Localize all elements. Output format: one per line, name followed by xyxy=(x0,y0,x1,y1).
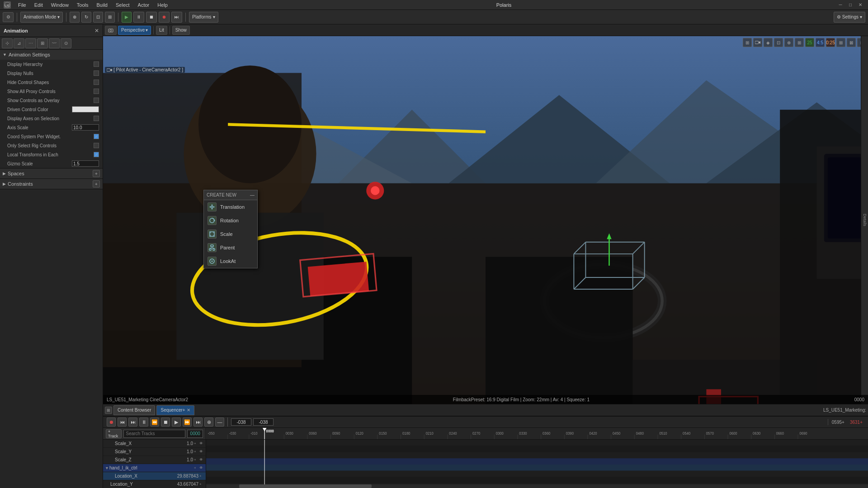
menu-actor[interactable]: Actor xyxy=(134,1,153,9)
viewport-toggle-btn[interactable]: ⊠ xyxy=(847,38,856,47)
trails-btn[interactable]: 〰 xyxy=(49,38,60,48)
axis-scale-input[interactable] xyxy=(72,124,99,131)
sequencer-tab-close[interactable]: ✕ xyxy=(187,408,190,413)
seq-stop-btn[interactable]: ⏹ xyxy=(161,418,170,427)
animation-mode-btn[interactable]: Animation Mode ▾ xyxy=(20,12,63,23)
track-add-key-btn-loc-x[interactable]: + xyxy=(199,474,204,479)
animation-panel-close[interactable]: ✕ xyxy=(94,28,99,34)
transform-btn[interactable]: ⊕ xyxy=(70,12,80,23)
menu-build[interactable]: Build xyxy=(93,1,111,9)
coord-system-checkbox[interactable]: ✓ xyxy=(94,134,99,139)
content-browser-tab[interactable]: Content Browser xyxy=(113,405,155,415)
display-axes-checkbox[interactable] xyxy=(94,116,99,121)
viewport-num1-btn[interactable]: 25 xyxy=(805,38,814,47)
track-row-hand-ik[interactable]: ▼ hand_l_ik_ctrl + 👁 xyxy=(103,464,206,472)
select-tool-btn[interactable]: ⊹ xyxy=(2,38,13,48)
menu-help[interactable]: Help xyxy=(154,1,171,9)
viewport-num2-btn[interactable]: 4:5 xyxy=(816,38,825,47)
viewport-details-panel[interactable]: Details xyxy=(861,36,868,404)
pause-btn[interactable]: ⏸ xyxy=(133,12,144,23)
track-vis-btn-2[interactable]: 👁 xyxy=(199,450,204,454)
settings-btn[interactable]: ⚙ Settings ▾ xyxy=(834,12,865,23)
end-frame-input[interactable] xyxy=(253,418,274,426)
viewport-camera-btn[interactable] xyxy=(753,38,762,47)
show-proxy-checkbox[interactable] xyxy=(94,89,99,94)
viewport-lit-btn[interactable]: ◈ xyxy=(764,38,773,47)
seq-prev-marker-btn[interactable]: ⏮ xyxy=(118,418,127,427)
pivot-btn[interactable]: ⊙ xyxy=(61,38,71,48)
track-row-scale-x[interactable]: Scale_X 1.0 + 👁 xyxy=(103,440,206,448)
show-overlay-checkbox[interactable] xyxy=(94,98,99,103)
track-vis-btn-hand[interactable]: 👁 xyxy=(199,466,204,470)
only-select-checkbox[interactable] xyxy=(94,143,99,148)
constraints-section-header[interactable]: ▶ Constraints + xyxy=(0,179,103,189)
seq-more-btn[interactable]: — xyxy=(215,418,224,427)
constraint-rotation[interactable]: Rotation xyxy=(204,214,257,227)
seq-next-frame-btn[interactable]: ⏩ xyxy=(183,418,192,427)
show-btn[interactable]: Show xyxy=(172,26,190,35)
timeline-area[interactable]: -050 -030 -010 0000 0030 xyxy=(206,428,868,488)
seq-play-btn[interactable]: ▶ xyxy=(172,418,181,427)
play-btn-green[interactable]: ▶ xyxy=(122,12,132,23)
minimize-button[interactable]: ─ xyxy=(836,1,844,9)
constraint-parent[interactable]: Parent xyxy=(204,241,257,254)
scale-btn[interactable]: ⊡ xyxy=(93,12,103,23)
menu-window[interactable]: Window xyxy=(47,1,72,9)
track-row-loc-y[interactable]: Location_Y 43.667047 + xyxy=(103,480,206,488)
track-vis-btn-3[interactable]: 👁 xyxy=(199,458,204,462)
constraint-scale[interactable]: Scale xyxy=(204,227,257,241)
viewport-expand-btn[interactable]: ⊞ xyxy=(795,38,804,47)
snapper-btn[interactable]: ⊞ xyxy=(37,38,48,48)
track-add-key-btn-hand[interactable]: + xyxy=(194,466,198,470)
platforms-btn[interactable]: Platforms ▾ xyxy=(189,12,218,23)
gizmo-scale-input[interactable] xyxy=(72,160,99,167)
viewport-debug-btn[interactable]: ⊕ xyxy=(784,38,793,47)
seq-prev-frame-btn[interactable]: ⏪ xyxy=(150,418,159,427)
add-track-btn[interactable]: + Track xyxy=(106,429,122,438)
seq-forward-btn[interactable]: ⏭ xyxy=(193,418,203,427)
stop-btn[interactable]: ⏹ xyxy=(146,12,157,23)
track-add-key-btn-3[interactable]: + xyxy=(194,458,198,462)
lit-btn[interactable]: Lit xyxy=(156,26,167,35)
spaces-add-btn[interactable]: + xyxy=(93,170,100,177)
close-button[interactable]: ✕ xyxy=(856,1,864,9)
constraint-translation[interactable]: Translation xyxy=(204,200,257,214)
seq-next-marker-btn[interactable]: ⏭ xyxy=(128,418,137,427)
hide-control-checkbox[interactable] xyxy=(94,80,99,85)
content-browser-icon[interactable]: ⊞ xyxy=(105,407,112,414)
track-add-key-btn-1[interactable]: + xyxy=(194,441,198,446)
spaces-section-header[interactable]: ▶ Spaces + xyxy=(0,169,103,178)
track-add-key-btn-2[interactable]: + xyxy=(194,450,198,454)
viewport-post-btn[interactable]: ⊡ xyxy=(774,38,783,47)
snap-btn[interactable]: ⊞ xyxy=(105,12,115,23)
sequencer-tab[interactable]: Sequencer+ ✕ xyxy=(156,405,194,415)
track-search-input[interactable] xyxy=(123,430,185,438)
start-frame-input[interactable] xyxy=(231,418,251,426)
menu-tools[interactable]: Tools xyxy=(73,1,92,9)
maximize-button[interactable]: □ xyxy=(846,1,854,9)
toolbar-settings-btn[interactable]: ⚙ xyxy=(3,12,14,22)
tweens-btn[interactable]: ⋯ xyxy=(25,38,36,48)
track-vis-btn-1[interactable]: 👁 xyxy=(199,441,204,446)
track-row-loc-x[interactable]: Location_X 29.887843 + xyxy=(103,472,206,480)
timeline-scrollbar-thumb[interactable] xyxy=(239,484,372,488)
display-hierarchy-checkbox[interactable] xyxy=(94,61,99,67)
skip-btn[interactable]: ⏭ xyxy=(171,12,182,23)
seq-add-keyframe-btn[interactable]: ⊕ xyxy=(204,418,213,427)
driven-color-swatch[interactable] xyxy=(72,106,99,113)
track-row-scale-z[interactable]: Scale_Z 1.0 + 👁 xyxy=(103,456,206,464)
timeline-scrollbar[interactable] xyxy=(206,484,868,488)
menu-file[interactable]: File xyxy=(14,1,30,9)
record-btn[interactable]: ⏺ xyxy=(159,12,170,23)
constraint-menu-close-icon[interactable]: — xyxy=(250,192,255,197)
menu-select[interactable]: Select xyxy=(112,1,133,9)
viewport[interactable]: [ Pilot Active - CineCameraActor2 ] ⊞ ◈ … xyxy=(103,36,868,404)
seq-record-btn[interactable]: ⏺ xyxy=(107,418,116,427)
constraints-add-btn[interactable]: + xyxy=(93,180,100,188)
poses-btn[interactable]: ⊿ xyxy=(14,38,24,48)
track-add-key-btn-loc-y[interactable]: + xyxy=(199,482,204,487)
constraint-lookat[interactable]: LookAt xyxy=(204,254,257,268)
local-transforms-checkbox[interactable]: ✓ xyxy=(94,152,99,157)
viewport-grid-btn[interactable]: ⊞ xyxy=(743,38,752,47)
settings-section-header[interactable]: ▼ Animation Settings xyxy=(0,50,103,60)
